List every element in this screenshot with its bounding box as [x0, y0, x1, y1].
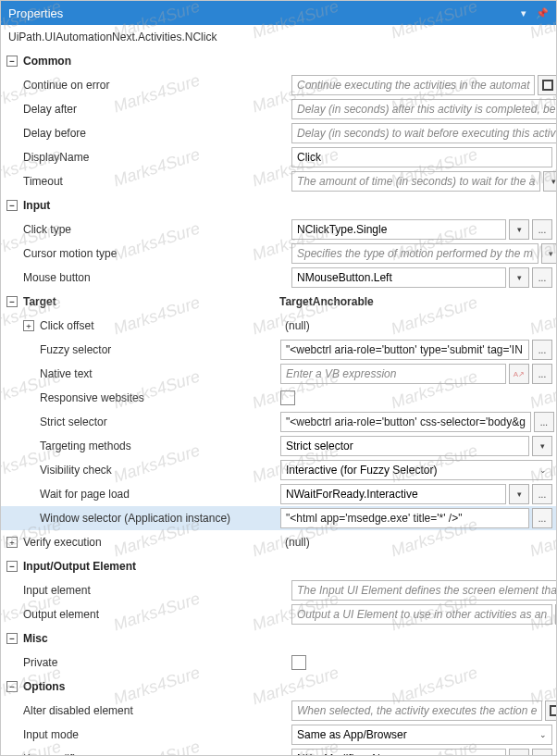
- delay-after-input[interactable]: Delay (in seconds) after this activity i…: [291, 99, 557, 119]
- native-text-more[interactable]: [532, 364, 552, 384]
- wait-page-load-more[interactable]: [532, 484, 552, 504]
- window-selector-more[interactable]: [532, 508, 552, 528]
- click-type-input[interactable]: NClickType.Single: [291, 219, 506, 240]
- prop-click-offset[interactable]: + Click offset (null): [1, 314, 556, 338]
- mouse-button-input[interactable]: NMouseButton.Left: [291, 267, 506, 288]
- display-name-input[interactable]: Click: [291, 147, 552, 167]
- input-mode-select[interactable]: Same as App/Browser ⌄: [291, 725, 552, 745]
- prop-input-element: Input element The Input UI Element defin…: [1, 578, 556, 602]
- mouse-button-more[interactable]: [532, 267, 552, 288]
- mouse-button-dd[interactable]: [509, 267, 529, 288]
- key-modifiers-dd[interactable]: [509, 749, 529, 756]
- prop-output-element: Output element Output a UI Element to us…: [1, 602, 556, 626]
- prop-key-modifiers: Key modifiers NKeyModifiers.None: [1, 747, 556, 756]
- chevron-down-icon: ⌄: [539, 465, 547, 475]
- prop-click-type: Click type NClickType.Single: [1, 217, 556, 242]
- prop-alter-disabled: Alter disabled element When selected, th…: [1, 699, 556, 723]
- output-element-input[interactable]: Output a UI Element to use in other acti…: [291, 604, 552, 625]
- prop-input-mode: Input mode Same as App/Browser ⌄: [1, 723, 556, 747]
- collapse-icon[interactable]: −: [6, 296, 18, 307]
- class-path: UiPath.UIAutomationNext.Activities.NClic…: [1, 25, 556, 49]
- wait-page-load-dd[interactable]: [509, 484, 529, 504]
- click-type-dd[interactable]: [509, 219, 529, 240]
- fuzzy-selector-input[interactable]: "<webctrl aria-role='button' type='submi…: [280, 340, 529, 360]
- click-type-more[interactable]: [532, 219, 552, 240]
- verify-exec-value: (null): [280, 536, 552, 549]
- category-target[interactable]: − Target TargetAnchorable: [1, 290, 556, 314]
- prop-visibility-check: Visibility check Interactive (for Fuzzy …: [1, 458, 556, 482]
- key-modifiers-input[interactable]: NKeyModifiers.None: [291, 749, 506, 756]
- prop-timeout: Timeout The amount of time (in seconds) …: [1, 169, 556, 193]
- collapse-icon[interactable]: −: [6, 200, 18, 211]
- strict-selector-input[interactable]: "<webctrl aria-role='button' css-selecto…: [280, 412, 531, 432]
- timeout-input[interactable]: The amount of time (in seconds) to wait …: [291, 171, 540, 192]
- key-modifiers-more[interactable]: [532, 749, 552, 756]
- category-io-element[interactable]: − Input/Output Element: [1, 554, 556, 578]
- responsive-checkbox[interactable]: [280, 390, 295, 405]
- expand-icon[interactable]: +: [23, 320, 34, 331]
- category-common[interactable]: − Common: [1, 49, 556, 73]
- category-input[interactable]: − Input: [1, 193, 556, 217]
- category-options[interactable]: − Options: [1, 675, 556, 699]
- prop-window-selector: Window selector (Application instance) "…: [1, 506, 556, 530]
- native-text-input[interactable]: Enter a VB expression: [280, 364, 506, 384]
- native-text-vb[interactable]: A↗: [509, 364, 529, 384]
- timeout-dd[interactable]: [543, 171, 557, 192]
- collapse-icon[interactable]: −: [6, 681, 18, 692]
- prop-display-name: DisplayName Click: [1, 145, 556, 169]
- target-value: TargetAnchorable: [275, 295, 552, 308]
- prop-private: Private: [1, 651, 556, 675]
- collapse-icon[interactable]: −: [6, 56, 18, 67]
- prop-mouse-button: Mouse button NMouseButton.Left: [1, 266, 556, 290]
- prop-native-text: Native text Enter a VB expression A↗: [1, 362, 556, 386]
- cursor-motion-dd[interactable]: [541, 243, 557, 264]
- targeting-methods-dd[interactable]: [532, 436, 552, 456]
- continue-on-error-toggle[interactable]: [538, 75, 557, 95]
- fuzzy-selector-more[interactable]: [532, 340, 552, 360]
- wait-page-load-input[interactable]: NWaitForReady.Interactive: [280, 484, 506, 504]
- prop-strict-selector: Strict selector "<webctrl aria-role='but…: [1, 410, 556, 434]
- continue-on-error-input[interactable]: Continue executing the activities in the…: [291, 75, 535, 95]
- prop-delay-after: Delay after Delay (in seconds) after thi…: [1, 97, 556, 121]
- targeting-methods-input[interactable]: Strict selector: [280, 436, 529, 456]
- delay-before-input[interactable]: Delay (in seconds) to wait before execut…: [291, 123, 557, 143]
- private-checkbox[interactable]: [291, 655, 306, 670]
- prop-fuzzy-selector: Fuzzy selector "<webctrl aria-role='butt…: [1, 338, 556, 362]
- input-element-input[interactable]: The Input UI Element defines the screen …: [291, 580, 557, 601]
- collapse-icon[interactable]: −: [6, 633, 18, 644]
- prop-wait-page-load: Wait for page load NWaitForReady.Interac…: [1, 482, 556, 506]
- window-selector-input[interactable]: "<html app='msedge.exe' title='*' />": [280, 508, 529, 528]
- properties-panel: − Common Continue on error Continue exec…: [1, 49, 556, 756]
- dropdown-icon[interactable]: ▾: [521, 7, 526, 19]
- strict-selector-more[interactable]: [534, 412, 554, 432]
- prop-cursor-motion: Cursor motion type Specifies the type of…: [1, 242, 556, 266]
- category-misc[interactable]: − Misc: [1, 626, 556, 651]
- title-text: Properties: [8, 6, 63, 20]
- title-bar: Properties ▾ 📌: [1, 1, 556, 25]
- prop-responsive-websites: Responsive websites: [1, 386, 556, 410]
- prop-continue-on-error: Continue on error Continue executing the…: [1, 73, 556, 97]
- pin-icon[interactable]: 📌: [536, 7, 549, 19]
- cursor-motion-input[interactable]: Specifies the type of motion performed b…: [291, 243, 538, 264]
- alter-disabled-input[interactable]: When selected, the activity executes the…: [291, 700, 542, 721]
- collapse-icon[interactable]: −: [6, 561, 18, 572]
- chevron-down-icon: ⌄: [539, 730, 547, 739]
- prop-targeting-methods: Targeting methods Strict selector: [1, 434, 556, 458]
- visibility-check-select[interactable]: Interactive (for Fuzzy Selector) ⌄: [280, 460, 552, 480]
- alter-disabled-toggle[interactable]: [545, 700, 557, 721]
- click-offset-value: (null): [280, 319, 552, 332]
- prop-delay-before: Delay before Delay (in seconds) to wait …: [1, 121, 556, 145]
- expand-icon[interactable]: +: [6, 537, 18, 548]
- prop-verify-execution[interactable]: + Verify execution (null): [1, 530, 556, 554]
